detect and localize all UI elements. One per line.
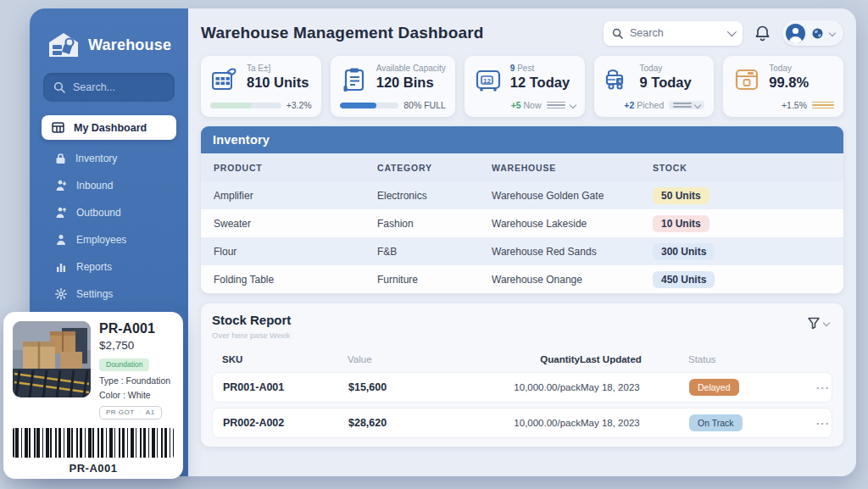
sidebar-item-label: Settings [76,288,113,300]
stat-card-picked[interactable]: 4 Today 9 Today +2 Piched [594,56,715,117]
stock-badge: 50 Units [653,187,709,204]
forklift-icon: 4 [604,65,632,94]
calendar-12-icon: 12 [474,65,503,94]
trend-lines-button[interactable] [669,101,704,109]
sidebar-item-outbound[interactable]: Outbound [30,199,188,226]
chevron-down-icon [823,320,830,326]
stat-label: Today [769,64,809,73]
screen: Warehouse Search... My Dashbo [0,0,868,489]
row-more-button[interactable]: ··· [816,381,830,394]
sidebar-item-label: Outbound [76,207,121,219]
inventory-section: Inventory PRODUCT CATEGORY WAREHOUSE STO… [201,126,843,293]
svg-text:12: 12 [483,77,491,85]
product-sku: PR-A001 [99,321,174,336]
globe-icon [811,27,824,40]
stat-label: Available Capacity [376,64,446,73]
sidebar-search-input[interactable]: Search... [43,73,175,102]
sidebar-item-label: Reports [76,261,112,273]
inventory-column-headers: PRODUCT CATEGORY WAREHOUSE STOCK [201,153,843,181]
stat-cards: Ta E±] 810 Units +3.2% [201,56,843,117]
stock-badge: 450 Units [653,271,715,288]
product-detail-card: PR-A001 $2,750 Doundation Type : Foundat… [3,312,183,479]
table-row[interactable]: Flour F&B Warehouse Red Sands 300 Units [201,237,843,265]
brand-name: Warehouse [88,36,171,54]
status-badge: Delayed [689,379,739,396]
row-more-button[interactable]: ··· [816,417,830,430]
stat-trend: +5 Now [511,100,542,110]
stock-report-section: Stock Report Over here pase Week SKU Val… [201,303,843,447]
product-price: $2,750 [99,339,174,352]
stock-badge: 300 Units [653,243,715,260]
table-row[interactable]: Amplifier Electronics Warehouse Golden G… [201,181,843,209]
stat-label: Today [640,64,692,73]
storage-box-icon [732,65,761,94]
product-chip-button[interactable]: PR GOT·A1 [99,406,162,420]
filter-button[interactable] [804,313,832,333]
stat-card-accuracy[interactable]: Today 99.8% +1.5% [723,56,843,117]
stat-value: 810 Units [247,75,309,91]
stat-card-units[interactable]: Ta E±] 810 Units +3.2% [201,56,321,117]
dashboard-grid-icon [52,121,64,134]
stat-value: 99.8% [769,75,809,91]
stock-report-subtitle: Over here pase Week [212,331,291,340]
barcode-label: PR-A001 [13,462,174,475]
product-color: Color : White [99,390,174,400]
outbound-person-icon [55,207,67,219]
page-title: Warehouse Management Dashboard [201,24,484,42]
topbar-search-placeholder: Search [630,27,721,39]
chevron-down-icon [829,30,836,36]
stat-value: 9 Today [640,75,692,91]
product-badge: Doundation [99,358,149,371]
sidebar-item-employees[interactable]: Employees [30,226,188,253]
progress-bar [340,103,398,108]
sidebar-item-inbound[interactable]: Inbound [30,172,188,199]
table-row[interactable]: PR001-A001 $15,600 10,000.00/pack May 18… [212,372,832,403]
topbar-search-select[interactable]: Search [604,21,743,46]
sidebar-item-my-dashboard[interactable]: My Dashboard [42,115,176,140]
person-icon [55,234,67,246]
sidebar-item-label: My Dashboard [74,122,147,134]
table-row[interactable]: Sweater Fashion Warehouse Lakeside 10 Un… [201,209,843,237]
progress-bar [210,103,281,108]
sidebar-item-inventory[interactable]: Inventory [30,145,188,172]
grid-pen-icon [210,65,239,94]
bar-chart-icon [55,261,67,273]
chevron-down-icon [727,27,737,36]
stat-card-capacity[interactable]: Available Capacity 120 Bins 80% FULL [331,56,455,117]
search-icon [612,28,623,39]
stat-value: 120 Bins [376,75,446,91]
sidebar-search-placeholder: Search... [73,81,115,93]
user-menu[interactable] [782,20,843,46]
stock-report-column-headers: SKU Value Quantity Last Updated Status [212,347,832,372]
stat-label: 9 Pest [510,64,570,73]
trend-lines-icon [547,102,565,109]
sidebar-menu: My Dashboard Inventory Inbound [30,115,188,308]
stock-badge: 10 Units [653,215,709,232]
stat-card-received[interactable]: 12 9 Pest 12 Today +5 Now [465,56,585,117]
barcode [13,428,174,458]
clipboard-icon [340,65,369,94]
stat-label: Ta E±] [247,64,309,73]
trend-lines-icon [812,102,834,109]
chevron-down-icon [569,102,576,108]
status-badge: On Track [689,414,743,431]
main-content: Warehouse Management Dashboard Search [188,8,856,476]
sidebar-item-reports[interactable]: Reports [30,253,188,281]
product-type: Type : Foundation [99,375,174,386]
warehouse-logo-icon [47,31,81,59]
table-row[interactable]: PR002-A002 $28,620 10,000.00/pack May 18… [212,408,832,438]
lock-icon [55,153,66,164]
stat-trend: +2 Piched [624,100,664,110]
stat-value: 12 Today [510,75,570,91]
stat-trend: 80% FULL [403,100,446,110]
inventory-title: Inventory [201,126,843,153]
topbar: Warehouse Management Dashboard Search [201,20,843,46]
bell-icon[interactable] [754,25,771,42]
sidebar-item-settings[interactable]: Settings [30,281,188,308]
chevron-down-icon [694,102,701,108]
stock-report-title: Stock Report [212,313,291,327]
sidebar-item-label: Employees [76,234,126,246]
sidebar-item-label: Inbound [76,180,113,192]
product-photo [13,321,91,397]
table-row[interactable]: Folding Table Furniture Warehouse Onange… [201,265,843,293]
